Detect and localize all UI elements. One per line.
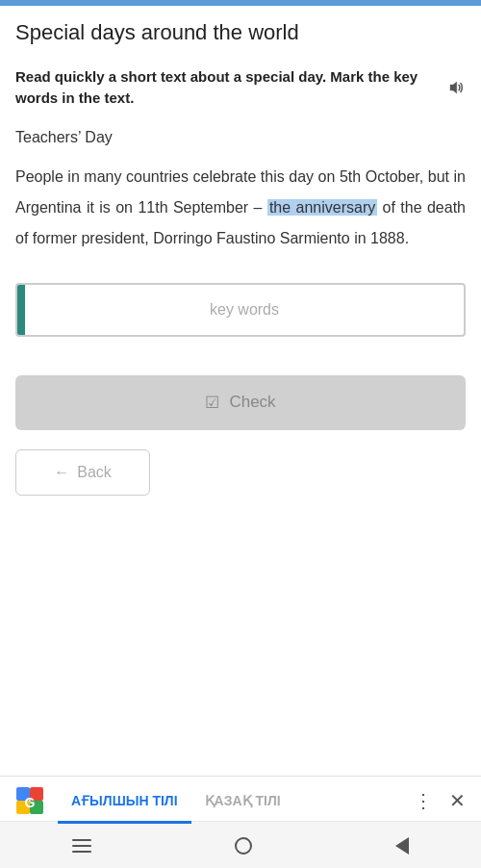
main-content: Special days around the world Read quick… [0, 6, 481, 776]
android-home-button[interactable] [206, 833, 281, 858]
highlighted-text: the anniversary [267, 199, 377, 216]
android-nav-bar [0, 821, 481, 868]
back-button[interactable]: ← Back [15, 449, 150, 496]
close-icon[interactable]: ✕ [449, 789, 466, 812]
article-text: People in many countries celebrate this … [15, 162, 466, 254]
svg-marker-0 [450, 82, 457, 93]
keyword-input[interactable] [25, 285, 464, 335]
keyword-input-container [15, 283, 466, 337]
bottom-nav-bar: G АҒЫЛШЫН ТІЛІ ҚАЗАҚ ТІЛІ ⋮ ✕ [0, 776, 481, 821]
back-label: Back [77, 464, 112, 481]
home-icon [235, 837, 252, 855]
tab-english[interactable]: АҒЫЛШЫН ТІЛІ [58, 787, 191, 814]
day-title: Teachers’ Day [15, 129, 466, 146]
android-back-button[interactable] [367, 833, 438, 858]
nav-actions: ⋮ ✕ [414, 789, 466, 812]
nav-tabs: АҒЫЛШЫН ТІЛІ ҚАЗАҚ ТІЛІ [58, 787, 414, 814]
google-icon: G [15, 786, 44, 815]
back-arrow-icon: ← [54, 464, 69, 481]
instruction-text: Read quickly a short text about a specia… [15, 66, 466, 110]
sound-icon[interactable] [446, 79, 466, 96]
page-container: Special days around the world Read quick… [0, 0, 481, 868]
recents-icon [72, 839, 91, 853]
page-title: Special days around the world [15, 19, 466, 47]
check-icon: ☑ [205, 393, 219, 413]
tab-kazakh[interactable]: ҚАЗАҚ ТІЛІ [191, 787, 294, 814]
check-button[interactable]: ☑ Check [15, 375, 466, 430]
back-icon [395, 837, 409, 855]
keyword-sidebar [17, 285, 25, 335]
svg-text:G: G [25, 795, 36, 810]
more-options-icon[interactable]: ⋮ [414, 789, 434, 812]
android-recents-button[interactable] [43, 835, 120, 856]
check-label: Check [229, 393, 275, 412]
